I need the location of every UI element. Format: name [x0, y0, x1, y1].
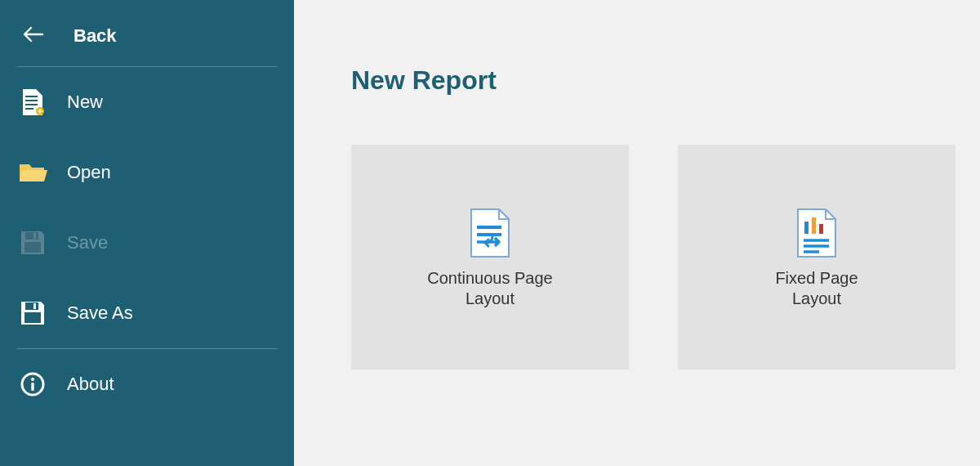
new-document-icon [16, 88, 49, 116]
sidebar-item-about[interactable]: About [0, 349, 294, 419]
card-label: Fixed Page Layout [775, 268, 858, 309]
folder-icon [16, 159, 49, 186]
svg-rect-7 [24, 242, 41, 253]
back-label: Back [74, 25, 117, 47]
continuous-page-icon [468, 206, 512, 260]
main-panel: New Report Continuous Page Layout [294, 0, 980, 466]
sidebar-item-new[interactable]: New [0, 67, 294, 137]
svg-rect-18 [819, 224, 823, 234]
svg-rect-16 [804, 222, 808, 234]
save-icon [16, 229, 49, 257]
back-button[interactable]: Back [0, 7, 294, 66]
sidebar-item-label: About [67, 374, 114, 395]
svg-rect-6 [33, 233, 36, 239]
svg-rect-8 [25, 302, 38, 310]
sidebar-item-label: New [67, 92, 103, 113]
sidebar-item-label: Save [67, 232, 108, 253]
sidebar-item-label: Save As [67, 302, 133, 324]
sidebar: Back New Open [0, 0, 294, 466]
svg-rect-5 [25, 232, 38, 240]
continuous-page-layout-card[interactable]: Continuous Page Layout [351, 145, 629, 370]
svg-rect-13 [31, 383, 33, 391]
page-title: New Report [351, 65, 980, 96]
info-icon [16, 370, 49, 398]
sidebar-item-open[interactable]: Open [0, 137, 294, 208]
sidebar-item-save: Save [0, 208, 294, 278]
layout-cards: Continuous Page Layout Fixed Page Layout [351, 145, 980, 370]
fixed-page-icon [795, 206, 839, 260]
arrow-left-icon [23, 23, 44, 48]
sidebar-item-save-as[interactable]: Save As [0, 278, 294, 348]
svg-rect-10 [24, 312, 41, 323]
fixed-page-layout-card[interactable]: Fixed Page Layout [678, 145, 956, 370]
svg-point-12 [31, 378, 34, 381]
sidebar-item-label: Open [67, 162, 111, 183]
save-as-icon [16, 299, 49, 327]
svg-rect-9 [33, 303, 36, 309]
svg-rect-17 [812, 217, 816, 234]
card-label: Continuous Page Layout [427, 268, 552, 309]
